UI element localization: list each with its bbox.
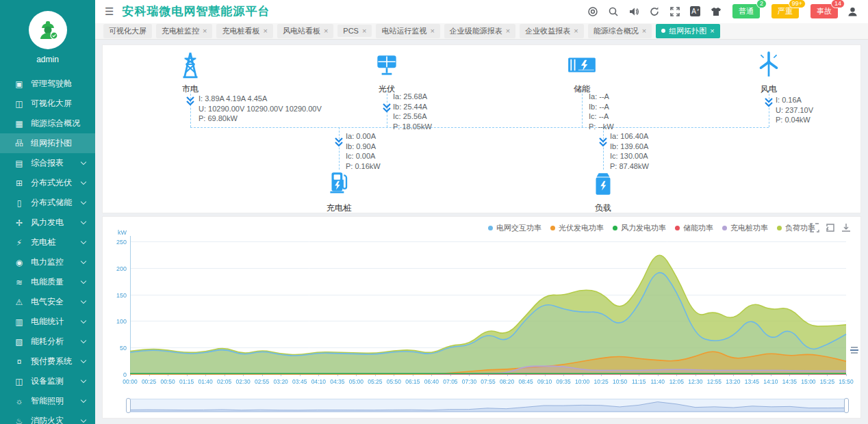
- worker-avatar-icon: [36, 18, 60, 42]
- sidebar-item-label: 设备监测: [31, 375, 81, 387]
- charger-measurements: Ia: 0.00A Ib: 0.90A Ic: 0.00A P: 0.16kW: [346, 131, 381, 171]
- power-curve-chart[interactable]: [107, 226, 854, 393]
- sidebar-item-label: 电能统计: [31, 316, 81, 328]
- flow-arrow-charger: [334, 137, 344, 148]
- charging-pile-icon: ⚡: [14, 238, 25, 248]
- node-charger[interactable]: 充电桩: [308, 170, 370, 214]
- datazoom-left-handle[interactable]: [126, 398, 131, 413]
- sidebar-item[interactable]: ◫ 设备监测: [0, 371, 95, 391]
- tab-企业收益报表[interactable]: 企业收益报表×: [520, 24, 583, 38]
- energy-overview-icon: ▦: [14, 119, 25, 129]
- sidebar-item[interactable]: ⊞ 分布式光伏: [0, 173, 95, 193]
- tab-风电站看板[interactable]: 风电站看板×: [277, 24, 333, 38]
- tab-label: 风电站看板: [283, 26, 320, 36]
- tab-label: 充电桩监控: [162, 26, 199, 36]
- alarm-count-badge: 2: [756, 0, 767, 8]
- aim-icon[interactable]: [587, 5, 598, 17]
- storage-measurements: Ia: --A Ib: --A Ic: --A P: --kW: [589, 92, 614, 131]
- sidebar-item[interactable]: ♨ 消防火灾: [0, 411, 95, 424]
- tab-企业级能源报表[interactable]: 企业级能源报表×: [444, 24, 515, 38]
- search-icon[interactable]: [607, 5, 619, 17]
- datazoom-slider[interactable]: [127, 399, 847, 412]
- datazoom-right-handle[interactable]: [844, 398, 849, 413]
- grid-measurements: I: 3.89A 4.19A 4.45A U: 10290.00V 10290.…: [199, 94, 322, 124]
- tab-充电桩监控[interactable]: 充电桩监控×: [156, 24, 212, 38]
- flow-arrow-grid: [186, 96, 195, 107]
- node-storage[interactable]: 储能: [551, 51, 613, 95]
- chevron-down-icon: [81, 278, 86, 284]
- chevron-down-icon: [81, 377, 86, 383]
- sidebar-item[interactable]: ⚡ 充电桩: [0, 233, 95, 252]
- avatar[interactable]: [29, 11, 67, 49]
- alarm-count-badge: 14: [831, 0, 845, 8]
- sidebar-item-label: 组网拓扑图: [31, 137, 86, 149]
- alarm-label: 普通: [739, 7, 754, 15]
- tab-close-icon[interactable]: ×: [710, 27, 714, 35]
- node-wind[interactable]: 风电: [738, 51, 800, 95]
- tab-电站运行监视[interactable]: 电站运行监视×: [376, 24, 439, 38]
- node-label: 负载: [572, 202, 634, 214]
- tab-能源综合概况[interactable]: 能源综合概况×: [588, 24, 652, 38]
- tab-close-icon[interactable]: ×: [263, 27, 267, 35]
- sidebar-item[interactable]: ✢ 风力发电: [0, 213, 95, 233]
- power-statistics-icon: ▥: [14, 317, 25, 327]
- chevron-down-icon: [81, 338, 86, 343]
- chevron-down-icon: [81, 358, 86, 363]
- chart-settings-handle[interactable]: [849, 344, 860, 356]
- sidebar-item[interactable]: ▦ 能源综合概况: [0, 114, 95, 133]
- tab-组网拓扑图[interactable]: 组网拓扑图×: [656, 24, 719, 38]
- tab-close-icon[interactable]: ×: [642, 27, 646, 35]
- sidebar-item-label: 综合报表: [31, 157, 81, 169]
- sidebar-item[interactable]: ▣ 管理驾驶舱: [0, 74, 95, 94]
- pv-icon: [372, 51, 401, 79]
- tabbar: 可视化大屏充电桩监控×充电桩看板×风电站看板×PCS×电站运行监视×企业级能源报…: [95, 23, 868, 40]
- alarm-label: 事故: [817, 7, 832, 15]
- sidebar-item[interactable]: ◉ 电力监控: [0, 252, 95, 272]
- node-grid[interactable]: 市电: [159, 51, 221, 95]
- sidebar-item[interactable]: ⚠ 电气安全: [0, 292, 95, 312]
- user-icon[interactable]: [847, 5, 858, 17]
- sidebar-item[interactable]: ▯ 分布式储能: [0, 193, 95, 213]
- tab-close-icon[interactable]: ×: [506, 27, 510, 35]
- alarm-button-严重[interactable]: 严重99+: [771, 4, 799, 18]
- wind-measurements: I: 0.16A U: 237.10V P: 0.04kW: [776, 95, 813, 125]
- volume-icon[interactable]: [628, 5, 639, 17]
- sidebar-item[interactable]: ≋ 电能质量: [0, 272, 95, 292]
- sidebar-item[interactable]: ◫ 可视化大屏: [0, 94, 95, 114]
- sidebar-item[interactable]: ¤ 预付费系统: [0, 352, 95, 371]
- node-pv[interactable]: 光伏: [356, 51, 418, 95]
- alarm-button-事故[interactable]: 事故14: [810, 4, 838, 18]
- menu-collapse-icon[interactable]: ☰: [105, 5, 114, 18]
- cockpit-icon: ▣: [14, 79, 25, 89]
- tab-close-icon[interactable]: ×: [203, 27, 207, 35]
- sidebar-item[interactable]: 品 组网拓扑图: [0, 133, 95, 153]
- tab-close-icon[interactable]: ×: [574, 27, 578, 35]
- tab-label: 充电桩看板: [222, 26, 259, 36]
- big-screen-icon: ◫: [14, 99, 25, 109]
- node-load[interactable]: 负载: [572, 170, 634, 214]
- tab-close-icon[interactable]: ×: [362, 27, 366, 35]
- tab-可视化大屏[interactable]: 可视化大屏: [103, 24, 152, 38]
- tab-close-icon[interactable]: ×: [430, 27, 434, 35]
- energy-analysis-icon: ▧: [14, 337, 25, 347]
- refresh-icon[interactable]: [648, 5, 660, 17]
- tab-充电桩看板[interactable]: 充电桩看板×: [216, 24, 272, 38]
- power-quality-icon: ≋: [14, 278, 25, 287]
- theme-icon[interactable]: [710, 5, 722, 17]
- distributed-pv-icon: ⊞: [14, 178, 25, 188]
- topology-icon: 品: [14, 137, 25, 149]
- sidebar-item[interactable]: ▧ 能耗分析: [0, 332, 95, 352]
- charging-pile-icon: [324, 170, 353, 198]
- alarm-button-普通[interactable]: 普通2: [732, 4, 760, 18]
- sidebar-item[interactable]: ▤ 综合报表: [0, 153, 95, 173]
- sidebar-item[interactable]: ▥ 电能统计: [0, 312, 95, 332]
- sidebar-item-label: 电气安全: [31, 296, 81, 308]
- reports-icon: ▤: [14, 159, 25, 168]
- tab-PCS[interactable]: PCS×: [337, 25, 372, 37]
- tab-close-icon[interactable]: ×: [324, 27, 328, 35]
- svg-text:z: z: [697, 8, 699, 12]
- fullscreen-icon[interactable]: [669, 5, 680, 17]
- sidebar-item[interactable]: ☼ 智能照明: [0, 391, 95, 411]
- bus-line: [190, 127, 769, 128]
- font-size-icon[interactable]: Az: [689, 5, 701, 17]
